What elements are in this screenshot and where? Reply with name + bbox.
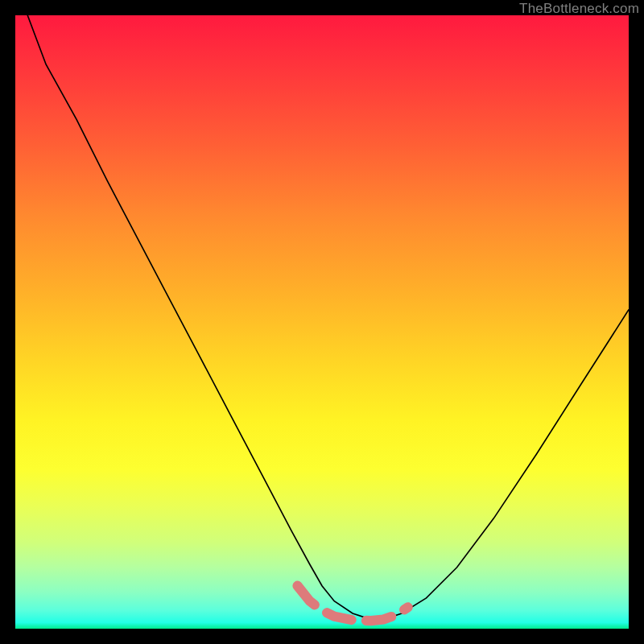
optimal-range-marker-line (298, 586, 408, 621)
bottleneck-plot (15, 15, 629, 629)
plot-series (27, 15, 629, 621)
watermark-text: TheBottleneck.com (519, 1, 639, 17)
chart-frame: TheBottleneck.com (0, 0, 644, 644)
bottleneck-curve-line (27, 15, 629, 620)
